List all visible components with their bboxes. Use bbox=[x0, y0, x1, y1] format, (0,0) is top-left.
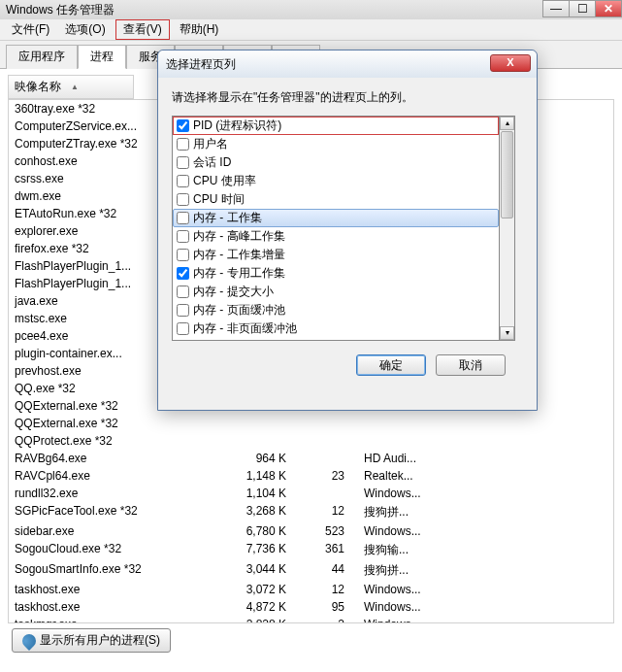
menu-options[interactable]: 选项(O) bbox=[57, 19, 113, 40]
table-row[interactable]: taskmgr.exe2,828 K2Windows... bbox=[9, 616, 613, 623]
proc-mem: 6,780 K bbox=[218, 524, 306, 538]
table-row[interactable]: RAVBg64.exe964 KHD Audi... bbox=[9, 450, 613, 467]
tab-processes[interactable]: 进程 bbox=[78, 45, 126, 69]
proc-threads bbox=[306, 452, 364, 465]
table-row[interactable]: SGPicFaceTool.exe *323,268 K12搜狗拼... bbox=[9, 502, 613, 522]
column-label: 内存 - 专用工作集 bbox=[193, 265, 285, 282]
show-all-users-button[interactable]: 显示所有用户的进程(S) bbox=[12, 628, 171, 653]
shield-icon bbox=[19, 631, 39, 651]
dialog-close-button[interactable]: X bbox=[490, 54, 531, 72]
columns-list[interactable]: PID (进程标识符)用户名会话 IDCPU 使用率CPU 时间内存 - 工作集… bbox=[172, 116, 500, 341]
proc-mem: 3,044 K bbox=[218, 562, 306, 579]
proc-name: sidebar.exe bbox=[15, 524, 218, 538]
proc-mem: 964 K bbox=[218, 452, 306, 465]
proc-mem bbox=[218, 417, 306, 430]
column-option[interactable]: CPU 使用率 bbox=[173, 172, 499, 190]
column-checkbox[interactable] bbox=[177, 212, 189, 224]
column-option[interactable]: 页面错误 bbox=[173, 338, 499, 341]
menu-file[interactable]: 文件(F) bbox=[4, 19, 57, 40]
table-row[interactable]: QQExternal.exe *32 bbox=[9, 415, 613, 432]
proc-threads: 12 bbox=[306, 504, 364, 521]
column-option[interactable]: 用户名 bbox=[173, 135, 499, 153]
proc-desc: Windows... bbox=[364, 600, 461, 614]
column-checkbox[interactable] bbox=[177, 322, 189, 335]
col-header-label: 映像名称 bbox=[15, 79, 71, 95]
proc-desc: 搜狗拼... bbox=[364, 562, 461, 579]
column-checkbox[interactable] bbox=[177, 230, 189, 243]
proc-mem: 7,736 K bbox=[218, 542, 306, 558]
cancel-button[interactable]: 取消 bbox=[436, 354, 506, 376]
table-row[interactable]: taskhost.exe4,872 K95Windows... bbox=[9, 598, 613, 616]
column-checkbox[interactable] bbox=[177, 267, 189, 280]
dialog-buttons: 确定 取消 bbox=[172, 354, 523, 376]
bottom-bar: 显示所有用户的进程(S) bbox=[12, 628, 171, 653]
column-option[interactable]: 内存 - 提交大小 bbox=[173, 283, 499, 301]
column-option[interactable]: 会话 ID bbox=[173, 153, 499, 172]
proc-name: rundll32.exe bbox=[15, 487, 218, 500]
column-checkbox[interactable] bbox=[177, 193, 189, 206]
table-row[interactable]: SogouCloud.exe *327,736 K361搜狗输... bbox=[9, 540, 613, 560]
column-checkbox[interactable] bbox=[177, 304, 189, 317]
column-checkbox[interactable] bbox=[177, 175, 189, 187]
table-row[interactable]: RAVCpl64.exe1,148 K23Realtek... bbox=[9, 467, 613, 485]
proc-threads: 23 bbox=[306, 469, 364, 483]
scroll-up-icon[interactable]: ▴ bbox=[500, 117, 514, 130]
column-label: PID (进程标识符) bbox=[193, 118, 281, 134]
proc-mem: 1,148 K bbox=[218, 469, 306, 483]
proc-threads: 44 bbox=[306, 562, 364, 579]
tab-apps[interactable]: 应用程序 bbox=[6, 45, 78, 69]
scroll-thumb[interactable] bbox=[501, 131, 513, 218]
column-option[interactable]: 内存 - 高峰工作集 bbox=[173, 227, 499, 246]
proc-name: SogouCloud.exe *32 bbox=[15, 542, 218, 558]
column-label: 内存 - 页面缓冲池 bbox=[193, 302, 285, 319]
maximize-button[interactable]: ☐ bbox=[569, 0, 596, 17]
column-checkbox[interactable] bbox=[177, 156, 189, 169]
menu-view[interactable]: 查看(V) bbox=[115, 19, 170, 40]
column-option[interactable]: 内存 - 专用工作集 bbox=[173, 264, 499, 283]
menu-help[interactable]: 帮助(H) bbox=[172, 19, 227, 40]
table-row[interactable]: sidebar.exe6,780 K523Windows... bbox=[9, 522, 613, 540]
column-label: 会话 ID bbox=[193, 154, 231, 171]
proc-mem: 2,828 K bbox=[218, 618, 306, 623]
proc-mem: 1,104 K bbox=[218, 487, 306, 500]
column-option[interactable]: 内存 - 非页面缓冲池 bbox=[173, 319, 499, 338]
column-option[interactable]: 内存 - 页面缓冲池 bbox=[173, 301, 499, 319]
proc-name: SGPicFaceTool.exe *32 bbox=[15, 504, 218, 521]
column-label: 内存 - 工作集增量 bbox=[193, 247, 285, 263]
column-label: 内存 - 工作集 bbox=[193, 210, 262, 226]
column-option[interactable]: 内存 - 工作集 bbox=[173, 209, 499, 227]
proc-threads: 95 bbox=[306, 600, 364, 614]
column-checkbox[interactable] bbox=[177, 249, 189, 261]
column-checkbox[interactable] bbox=[177, 138, 189, 151]
proc-mem: 3,072 K bbox=[218, 583, 306, 596]
column-label: 内存 - 高峰工作集 bbox=[193, 228, 285, 245]
dialog-body: 请选择将显示在"任务管理器"的进程页上的列。 PID (进程标识符)用户名会话 … bbox=[158, 78, 537, 387]
proc-desc: 搜狗输... bbox=[364, 542, 461, 558]
proc-desc: Windows... bbox=[364, 618, 461, 623]
proc-desc: Realtek... bbox=[364, 469, 461, 483]
scroll-down-icon[interactable]: ▾ bbox=[500, 326, 514, 340]
col-header-image-name[interactable]: 映像名称 ▲ bbox=[8, 75, 134, 99]
table-row[interactable]: rundll32.exe1,104 KWindows... bbox=[9, 485, 613, 502]
dialog-title: 选择进程页列 bbox=[166, 57, 236, 71]
column-option[interactable]: 内存 - 工作集增量 bbox=[173, 246, 499, 264]
ok-button[interactable]: 确定 bbox=[356, 354, 426, 376]
column-option[interactable]: PID (进程标识符) bbox=[173, 117, 499, 135]
proc-mem: 4,872 K bbox=[218, 600, 306, 614]
column-checkbox[interactable] bbox=[177, 286, 189, 298]
table-row[interactable]: QQProtect.exe *32 bbox=[9, 432, 613, 450]
proc-desc: Windows... bbox=[364, 487, 461, 500]
proc-threads: 523 bbox=[306, 524, 364, 538]
minimize-button[interactable]: — bbox=[542, 0, 570, 17]
column-label: 页面错误 bbox=[193, 339, 240, 341]
proc-desc bbox=[364, 417, 461, 430]
scrollbar[interactable]: ▴ ▾ bbox=[500, 116, 515, 341]
close-button[interactable]: ✕ bbox=[595, 0, 622, 17]
proc-desc: Windows... bbox=[364, 524, 461, 538]
proc-desc: 搜狗拼... bbox=[364, 504, 461, 521]
column-option[interactable]: CPU 时间 bbox=[173, 190, 499, 209]
column-checkbox[interactable] bbox=[177, 119, 189, 132]
table-row[interactable]: taskhost.exe3,072 K12Windows... bbox=[9, 581, 613, 598]
table-row[interactable]: SogouSmartInfo.exe *323,044 K44搜狗拼... bbox=[9, 560, 613, 581]
proc-name: taskmgr.exe bbox=[15, 618, 218, 623]
